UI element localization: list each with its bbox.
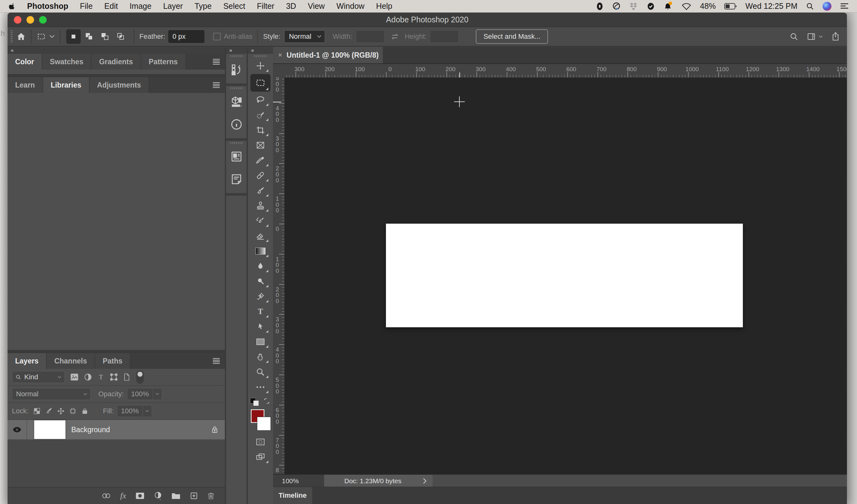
tab-channels[interactable]: Channels [47,353,95,369]
default-colors-icon[interactable] [250,398,259,406]
height-input[interactable] [430,30,459,43]
doc-size-status[interactable]: Doc: 1.23M/0 bytes [324,475,433,487]
tab-patterns[interactable]: Patterns [141,54,186,70]
zoom-tool[interactable] [250,364,270,380]
minimize-window-button[interactable] [27,16,34,24]
filter-type-layers-icon[interactable]: T [97,373,105,381]
lock-all-icon[interactable] [81,407,89,415]
eraser-tool[interactable] [250,228,270,243]
ruler-corner[interactable] [273,64,285,78]
add-layer-mask-icon[interactable] [135,492,145,500]
swap-colors-icon[interactable] [263,397,271,405]
layer-locked-icon[interactable] [211,425,219,434]
panel-collapse-header[interactable]: « [7,47,225,54]
canvas-pasteboard[interactable] [284,77,847,474]
sync-app-icon[interactable] [612,2,621,11]
width-input[interactable] [356,30,385,43]
lasso-tool[interactable] [250,92,270,107]
layer-row-background[interactable]: Background [7,420,225,439]
delete-layer-icon[interactable] [207,492,215,500]
document-canvas[interactable] [386,224,743,327]
menu-help[interactable]: Help [376,2,392,11]
rectangle-tool[interactable] [250,334,270,349]
filter-adjustment-layers-icon[interactable] [84,373,92,381]
dropbox-icon[interactable] [629,2,638,11]
tab-gradients[interactable]: Gradients [91,54,141,70]
menu-3d[interactable]: 3D [286,2,296,11]
pen-tool[interactable] [250,289,270,304]
document-tab[interactable]: × Untitled-1 @ 100% (RGB/8) [273,47,383,63]
menu-window[interactable]: Window [336,2,365,11]
frame-tool[interactable] [250,138,270,153]
new-selection-mode-button[interactable] [66,29,81,44]
layer-effects-icon[interactable]: fx [120,491,126,501]
dodge-tool[interactable] [250,274,270,289]
paragraph-panel-icon[interactable] [226,168,247,191]
menu-photoshop[interactable]: Photoshop [27,2,68,11]
tab-libraries[interactable]: Libraries [43,77,89,93]
wifi-icon[interactable] [682,2,691,11]
close-document-icon[interactable]: × [278,51,282,59]
link-layers-icon[interactable] [102,492,111,499]
eyedropper-tool[interactable] [250,153,270,168]
libraries-panel-menu-icon[interactable] [212,82,220,88]
path-selection-tool[interactable] [250,319,270,334]
tab-timeline[interactable]: Timeline [273,487,312,504]
clone-stamp-tool[interactable] [250,198,270,213]
filter-smart-objects-icon[interactable] [123,373,131,381]
gradient-tool[interactable] [250,243,270,259]
feather-input[interactable]: 0 px [168,30,204,43]
menu-file[interactable]: File [80,2,93,11]
home-button[interactable] [16,32,26,41]
filter-shape-layers-icon[interactable] [110,373,118,381]
workspace-switcher-icon[interactable] [807,32,823,41]
lock-pixels-icon[interactable] [45,407,53,415]
options-grip-handle[interactable] [11,30,13,43]
tab-adjustments[interactable]: Adjustments [89,77,149,93]
expand-toolbar-chevron[interactable]: » [251,47,254,54]
tab-paths[interactable]: Paths [95,353,131,369]
lock-artboard-icon[interactable] [69,407,77,415]
new-adjustment-layer-icon[interactable] [154,491,162,500]
tab-color[interactable]: Color [7,54,42,70]
menu-edit[interactable]: Edit [104,2,118,11]
anti-alias-checkbox[interactable] [213,33,221,40]
lock-position-icon[interactable] [57,407,65,415]
add-to-selection-mode-button[interactable] [82,29,97,44]
menu-clock[interactable]: Wed 12:25 PM [745,2,797,11]
hand-tool[interactable] [250,349,270,364]
select-and-mask-button[interactable]: Select and Mask... [476,29,548,44]
rectangular-marquee-tool[interactable] [250,74,270,92]
vertical-ruler[interactable]: 5004003002001000100200300400500600700800 [273,77,285,474]
layer-name[interactable]: Background [71,425,211,434]
search-icon[interactable] [790,32,799,41]
collapse-panels-chevron[interactable]: « [11,47,14,54]
filter-kind-dropdown[interactable]: Kind [12,371,65,383]
layer-thumbnail[interactable] [34,420,66,439]
notification-bell-icon[interactable] [663,2,673,11]
blend-mode-dropdown[interactable]: Normal [12,388,91,400]
move-tool[interactable] [250,58,270,73]
quick-selection-tool[interactable] [250,107,270,123]
menu-image[interactable]: Image [130,2,151,11]
spot-healing-brush-tool[interactable] [250,168,270,183]
fill-field[interactable]: 100% [117,405,152,417]
dock-expand-header[interactable]: » [226,47,247,54]
character-panel-icon[interactable] [226,145,247,168]
quick-mask-mode-icon[interactable] [250,434,270,450]
horizontal-ruler[interactable]: 3002001000100200300400500600700800900100… [284,64,847,78]
oval-app-icon[interactable] [596,2,604,11]
layer-visibility-toggle[interactable] [7,420,27,439]
background-color-swatch[interactable] [257,417,271,431]
share-icon[interactable] [831,32,840,41]
color-panel-menu-icon[interactable] [212,58,220,65]
crop-tool[interactable] [250,123,270,138]
opacity-field[interactable]: 100% [127,388,162,400]
layers-panel-menu-icon[interactable] [212,358,220,364]
menu-layer[interactable]: Layer [163,2,183,11]
list-menu-icon[interactable] [840,2,849,10]
menu-filter[interactable]: Filter [257,2,275,11]
history-panel-icon[interactable] [226,58,247,81]
filter-image-layers-icon[interactable] [70,373,79,381]
apple-menu-icon[interactable] [8,2,16,11]
